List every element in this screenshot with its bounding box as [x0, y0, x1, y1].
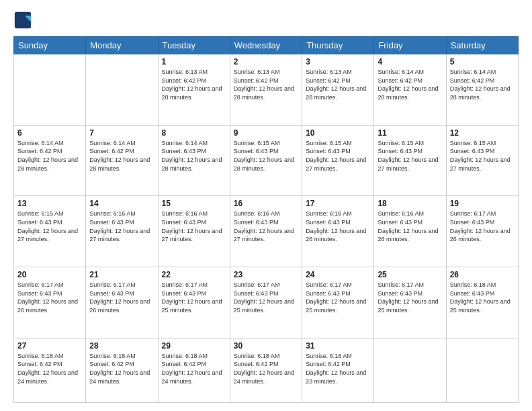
- day-number: 23: [234, 270, 298, 279]
- weekday-header-cell: Friday: [374, 37, 446, 54]
- weekday-header-cell: Saturday: [446, 37, 518, 54]
- calendar-week-row: 6Sunrise: 6:14 AM Sunset: 6:42 PM Daylig…: [14, 125, 519, 196]
- weekday-header-cell: Monday: [86, 37, 158, 54]
- day-info: Sunrise: 6:14 AM Sunset: 6:42 PM Dayligh…: [378, 68, 442, 101]
- day-number: 6: [17, 128, 82, 138]
- calendar-cell: 23Sunrise: 6:17 AM Sunset: 6:43 PM Dayli…: [230, 267, 302, 338]
- day-info: Sunrise: 6:16 AM Sunset: 6:43 PM Dayligh…: [306, 210, 370, 243]
- weekday-header-row: SundayMondayTuesdayWednesdayThursdayFrid…: [14, 37, 519, 54]
- day-info: Sunrise: 6:18 AM Sunset: 6:42 PM Dayligh…: [162, 352, 226, 385]
- day-info: Sunrise: 6:15 AM Sunset: 6:43 PM Dayligh…: [306, 139, 370, 173]
- calendar-cell: 14Sunrise: 6:16 AM Sunset: 6:43 PM Dayli…: [86, 196, 158, 267]
- day-info: Sunrise: 6:17 AM Sunset: 6:43 PM Dayligh…: [89, 281, 154, 314]
- day-info: Sunrise: 6:17 AM Sunset: 6:43 PM Dayligh…: [17, 281, 82, 314]
- day-number: 12: [450, 128, 515, 138]
- calendar-cell: 7Sunrise: 6:14 AM Sunset: 6:42 PM Daylig…: [86, 125, 158, 196]
- calendar-cell: 9Sunrise: 6:15 AM Sunset: 6:43 PM Daylig…: [230, 125, 302, 196]
- day-info: Sunrise: 6:18 AM Sunset: 6:42 PM Dayligh…: [17, 352, 82, 385]
- calendar-table: SundayMondayTuesdayWednesdayThursdayFrid…: [13, 36, 519, 403]
- day-info: Sunrise: 6:14 AM Sunset: 6:43 PM Dayligh…: [162, 139, 226, 173]
- calendar-cell: [86, 54, 158, 126]
- calendar-cell: 11Sunrise: 6:15 AM Sunset: 6:43 PM Dayli…: [374, 125, 446, 196]
- day-number: 19: [450, 199, 515, 208]
- calendar-cell: 2Sunrise: 6:13 AM Sunset: 6:42 PM Daylig…: [230, 54, 302, 126]
- calendar-cell: 18Sunrise: 6:16 AM Sunset: 6:43 PM Dayli…: [374, 196, 446, 267]
- day-number: 25: [378, 270, 442, 279]
- day-number: 4: [378, 57, 442, 66]
- calendar-cell: [14, 54, 86, 126]
- header: [13, 11, 519, 30]
- calendar-week-row: 27Sunrise: 6:18 AM Sunset: 6:42 PM Dayli…: [14, 338, 519, 402]
- calendar-week-row: 20Sunrise: 6:17 AM Sunset: 6:43 PM Dayli…: [14, 267, 519, 338]
- calendar-cell: 27Sunrise: 6:18 AM Sunset: 6:42 PM Dayli…: [14, 338, 86, 402]
- calendar-cell: [446, 338, 518, 402]
- logo-icon: [13, 11, 32, 30]
- day-number: 7: [89, 128, 154, 138]
- day-info: Sunrise: 6:15 AM Sunset: 6:43 PM Dayligh…: [378, 139, 442, 173]
- day-info: Sunrise: 6:16 AM Sunset: 6:43 PM Dayligh…: [234, 210, 298, 243]
- calendar-cell: 3Sunrise: 6:13 AM Sunset: 6:42 PM Daylig…: [302, 54, 374, 126]
- calendar-cell: 24Sunrise: 6:17 AM Sunset: 6:43 PM Dayli…: [302, 267, 374, 338]
- day-number: 1: [162, 57, 226, 66]
- calendar-cell: 19Sunrise: 6:17 AM Sunset: 6:43 PM Dayli…: [446, 196, 518, 267]
- calendar-body: 1Sunrise: 6:13 AM Sunset: 6:42 PM Daylig…: [14, 54, 519, 403]
- weekday-header-cell: Tuesday: [158, 37, 230, 54]
- calendar-cell: 5Sunrise: 6:14 AM Sunset: 6:42 PM Daylig…: [446, 54, 518, 126]
- svg-rect-0: [15, 12, 31, 28]
- calendar-cell: 25Sunrise: 6:17 AM Sunset: 6:43 PM Dayli…: [374, 267, 446, 338]
- day-number: 22: [162, 270, 226, 279]
- day-number: 28: [89, 341, 154, 351]
- calendar-cell: 17Sunrise: 6:16 AM Sunset: 6:43 PM Dayli…: [302, 196, 374, 267]
- day-info: Sunrise: 6:17 AM Sunset: 6:43 PM Dayligh…: [306, 281, 370, 314]
- calendar-cell: 1Sunrise: 6:13 AM Sunset: 6:42 PM Daylig…: [158, 54, 230, 126]
- calendar-cell: 13Sunrise: 6:15 AM Sunset: 6:43 PM Dayli…: [14, 196, 86, 267]
- day-info: Sunrise: 6:14 AM Sunset: 6:42 PM Dayligh…: [17, 139, 82, 173]
- calendar-cell: 10Sunrise: 6:15 AM Sunset: 6:43 PM Dayli…: [302, 125, 374, 196]
- calendar-cell: 28Sunrise: 6:18 AM Sunset: 6:42 PM Dayli…: [86, 338, 158, 402]
- calendar-cell: [374, 338, 446, 402]
- calendar-cell: 26Sunrise: 6:18 AM Sunset: 6:43 PM Dayli…: [446, 267, 518, 338]
- day-info: Sunrise: 6:17 AM Sunset: 6:43 PM Dayligh…: [378, 281, 442, 314]
- calendar-cell: 15Sunrise: 6:16 AM Sunset: 6:43 PM Dayli…: [158, 196, 230, 267]
- day-number: 8: [162, 128, 226, 138]
- day-info: Sunrise: 6:16 AM Sunset: 6:43 PM Dayligh…: [89, 210, 154, 243]
- day-info: Sunrise: 6:17 AM Sunset: 6:43 PM Dayligh…: [234, 281, 298, 314]
- day-number: 2: [234, 57, 298, 66]
- day-number: 17: [306, 199, 370, 208]
- weekday-header-cell: Wednesday: [230, 37, 302, 54]
- day-number: 16: [234, 199, 298, 208]
- day-info: Sunrise: 6:13 AM Sunset: 6:42 PM Dayligh…: [234, 68, 298, 101]
- day-number: 29: [162, 341, 226, 351]
- weekday-header-cell: Thursday: [302, 37, 374, 54]
- calendar-week-row: 13Sunrise: 6:15 AM Sunset: 6:43 PM Dayli…: [14, 196, 519, 267]
- calendar-cell: 20Sunrise: 6:17 AM Sunset: 6:43 PM Dayli…: [14, 267, 86, 338]
- logo: [13, 11, 35, 30]
- day-number: 20: [17, 270, 82, 279]
- day-number: 18: [378, 199, 442, 208]
- day-info: Sunrise: 6:16 AM Sunset: 6:43 PM Dayligh…: [162, 210, 226, 243]
- day-info: Sunrise: 6:15 AM Sunset: 6:43 PM Dayligh…: [450, 139, 515, 173]
- calendar-cell: 22Sunrise: 6:17 AM Sunset: 6:43 PM Dayli…: [158, 267, 230, 338]
- day-info: Sunrise: 6:18 AM Sunset: 6:42 PM Dayligh…: [89, 352, 154, 385]
- calendar-cell: 4Sunrise: 6:14 AM Sunset: 6:42 PM Daylig…: [374, 54, 446, 126]
- calendar-cell: 31Sunrise: 6:18 AM Sunset: 6:42 PM Dayli…: [302, 338, 374, 402]
- day-number: 31: [306, 341, 370, 351]
- day-number: 13: [17, 199, 82, 208]
- day-number: 27: [17, 341, 82, 351]
- calendar-cell: 16Sunrise: 6:16 AM Sunset: 6:43 PM Dayli…: [230, 196, 302, 267]
- day-info: Sunrise: 6:13 AM Sunset: 6:42 PM Dayligh…: [306, 68, 370, 101]
- day-info: Sunrise: 6:16 AM Sunset: 6:43 PM Dayligh…: [378, 210, 442, 243]
- day-info: Sunrise: 6:18 AM Sunset: 6:42 PM Dayligh…: [234, 352, 298, 385]
- day-number: 14: [89, 199, 154, 208]
- day-number: 5: [450, 57, 515, 66]
- day-info: Sunrise: 6:18 AM Sunset: 6:42 PM Dayligh…: [306, 352, 370, 385]
- calendar-cell: 21Sunrise: 6:17 AM Sunset: 6:43 PM Dayli…: [86, 267, 158, 338]
- day-info: Sunrise: 6:17 AM Sunset: 6:43 PM Dayligh…: [162, 281, 226, 314]
- calendar-cell: 30Sunrise: 6:18 AM Sunset: 6:42 PM Dayli…: [230, 338, 302, 402]
- day-number: 10: [306, 128, 370, 138]
- day-number: 3: [306, 57, 370, 66]
- weekday-header-cell: Sunday: [14, 37, 86, 54]
- day-number: 9: [234, 128, 298, 138]
- day-info: Sunrise: 6:14 AM Sunset: 6:42 PM Dayligh…: [89, 139, 154, 173]
- day-number: 26: [450, 270, 515, 279]
